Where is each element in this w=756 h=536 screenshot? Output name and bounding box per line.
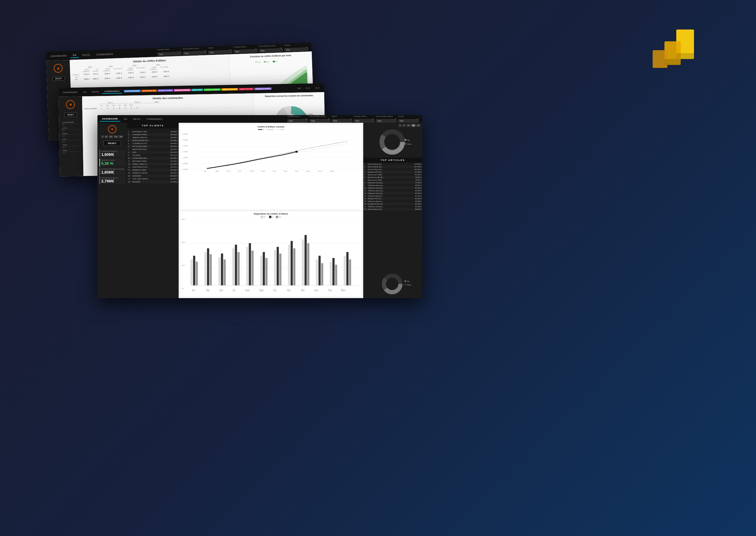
filter-clients: Clients Tout [208, 46, 232, 54]
num-50[interactable]: 50 [416, 124, 421, 127]
mid-nav-devis[interactable]: DEVIS [89, 90, 101, 94]
mid-nav-n1[interactable]: n-1 [304, 86, 312, 90]
svg-text:Sept.: Sept. [259, 288, 264, 292]
svg-rect-74 [190, 259, 192, 285]
svg-rect-77 [204, 252, 206, 285]
filter-sous-familles: Sous-familles clients Tout [183, 47, 207, 55]
svg-text:Mai: Mai [216, 170, 219, 172]
tag-loic[interactable]: LOIC IYRE [191, 88, 203, 91]
front-filter-articles-select[interactable]: Tout [398, 119, 419, 122]
range-50[interactable]: 50 [105, 135, 108, 138]
svg-text:Nov.: Nov. [287, 288, 291, 292]
tag-marc-b[interactable]: MARC BOLTINI [239, 88, 254, 90]
filter-sous-familles-select[interactable]: Tout [183, 51, 206, 55]
svg-text:Autres: Autres [407, 284, 411, 286]
range-0[interactable]: 0 [101, 135, 104, 138]
metric-variation: Variation à date 5,38 % [99, 158, 125, 166]
front-nav-dashboard[interactable]: DASHBOARD [100, 117, 120, 121]
svg-text:Juin: Juin [226, 170, 231, 172]
mid-nav-commandes[interactable]: COMMANDES [102, 89, 122, 94]
svg-text:N: N [276, 60, 277, 62]
svg-rect-76 [196, 262, 198, 285]
svg-rect-75 [193, 256, 195, 285]
num-1[interactable]: 1 [398, 124, 402, 127]
tag-daniel-f[interactable]: DANIEL FABRE [158, 89, 173, 92]
range-500[interactable]: 500 [119, 135, 123, 138]
svg-rect-94 [279, 253, 281, 285]
front-filter-familles-articles-select[interactable]: Tout [354, 119, 374, 122]
article-row-9: 9 Téléviseur plasma gr... 68 597 € [363, 184, 422, 186]
filter-familles-clients-select[interactable]: Tout [157, 51, 181, 56]
range-100[interactable]: 100 [109, 135, 113, 138]
svg-text:2,0M€: 2,0M€ [182, 145, 189, 147]
article-row-12: 12 Téléviseur LED gran... 62 145 € [363, 192, 422, 194]
ca-line-svg: 3,0M€ 2,5M€ 2,0M€ 1,5M€ 1,0M€ 0,5M€ 0,0M… [181, 131, 361, 172]
client-row-7: 7 MEDIA SHOP DISC... 155 204 € [127, 148, 179, 151]
front-filter-sous-familles-select[interactable]: Tout [309, 119, 330, 122]
filter-familles-articles-select[interactable]: Tout [234, 49, 257, 53]
back-nav-devis[interactable]: DEVIS [80, 52, 93, 57]
client-row-3: 3 AMBOSS VIDEO M... 193 866 € [127, 136, 179, 139]
front-filter-clients-select[interactable]: Tout [332, 119, 352, 122]
mid-reset-button[interactable]: RESET [64, 113, 77, 117]
svg-rect-4 [665, 59, 681, 65]
svg-rect-79 [210, 254, 212, 285]
svg-text:Janv.: Janv. [306, 170, 311, 172]
tag-louis[interactable]: LOUIS CLEMENT [204, 88, 221, 91]
top-donut: Top Autres [363, 127, 422, 158]
repartition-chart: Répartition du Chiffre d'Affaire N-1 N N… [180, 211, 362, 297]
num-5[interactable]: 5 [402, 124, 406, 127]
svg-rect-128 [405, 143, 406, 145]
client-row-1: 1 MASSONNET VIDE... 199 683 € [127, 130, 179, 133]
back-nav-ca[interactable]: CA [70, 52, 79, 58]
tag-pascale[interactable]: PASCALE HORR. [255, 87, 272, 90]
svg-rect-103 [321, 263, 323, 285]
client-row-6: 6 ART DU MULTIMED... 165 525 € [127, 145, 179, 148]
mid-nav-n2[interactable]: n-2 [313, 86, 322, 90]
svg-rect-80 [218, 257, 220, 285]
num-20-active[interactable]: 20 [411, 124, 416, 127]
client-row-11: 11 PRO MEDIA RAMO... 142 026 € [127, 160, 179, 163]
svg-text:0,0M€: 0,0M€ [182, 169, 189, 170]
back-nav-dashboard[interactable]: DASHBOARD [48, 53, 69, 58]
filter-articles-select[interactable]: Tout [284, 47, 308, 51]
article-row-18: 18 Home Cinéma Tout... 58 666 € [363, 208, 422, 211]
mid-nav-dashboard[interactable]: DASHBOARD [61, 90, 80, 94]
tag-marc-c[interactable]: MARC CUCHON [222, 88, 238, 91]
mid-nav-ca[interactable]: CA [81, 90, 88, 94]
tag-alicia[interactable]: ALICIA BOLTINI [141, 89, 157, 92]
front-filter-sous-familles-articles-select[interactable]: Tout [376, 119, 396, 122]
tag-alain[interactable]: ALAIN MAGNIER [124, 90, 141, 92]
filter-clients-select[interactable]: Tout [208, 50, 232, 54]
svg-text:Oct.: Oct. [273, 288, 277, 292]
client-row-13: 13 PSM (PRODUITS ET... 140 275 € [127, 166, 179, 169]
front-reset-button[interactable]: RESET [103, 141, 121, 146]
svg-text:Juin: Juin [219, 288, 223, 292]
svg-text:Juil.: Juil. [238, 170, 242, 172]
filter-familles-clients: Familles clients Tout [157, 48, 181, 56]
front-nav-commandes[interactable]: COMMANDES [144, 117, 165, 121]
svg-text:Mai: Mai [206, 288, 209, 292]
tag-isabelle[interactable]: ISABELLE ROUX [174, 89, 191, 91]
num-10[interactable]: 10 [406, 124, 411, 127]
front-filter-familles-select[interactable]: Tout [287, 119, 308, 122]
svg-text:Top: Top [407, 281, 409, 282]
card-front: DASHBOARD CA DEVIS COMMANDES Familles cl… [97, 115, 422, 298]
front-nav-devis[interactable]: DEVIS [131, 117, 143, 121]
top-clients-header: TOP CLIENTS [127, 123, 179, 128]
svg-rect-96 [291, 241, 292, 285]
mid-nav-n0[interactable]: n0 [295, 86, 303, 90]
svg-rect-89 [260, 256, 262, 285]
range-200[interactable]: 200 [114, 135, 118, 138]
front-nav-ca[interactable]: CA [121, 117, 129, 121]
svg-rect-106 [335, 265, 337, 285]
svg-point-56 [295, 151, 298, 152]
filter-sous-familles-articles-select[interactable]: Tout [259, 48, 283, 52]
back-nav-commandes[interactable]: COMMANDES [94, 51, 116, 57]
svg-rect-136 [405, 284, 406, 285]
svg-rect-93 [277, 247, 279, 285]
svg-rect-87 [249, 243, 251, 285]
top-clients-table: 1 MASSONNET VIDE... 199 683 € 2 L'UNIVER… [127, 130, 179, 183]
reset-button[interactable]: RESET [52, 76, 65, 81]
svg-text:Août: Août [245, 288, 250, 292]
